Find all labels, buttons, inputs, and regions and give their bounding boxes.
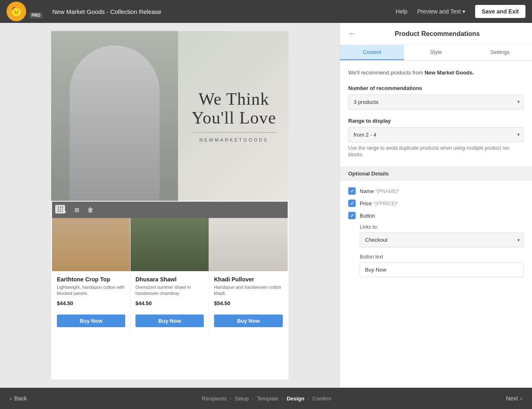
panel-info-text: We'll recommend products from New Market… <box>348 69 524 77</box>
preview-button[interactable]: Preview and Test ▾ <box>417 8 465 15</box>
buy-button-1[interactable]: Buy Now <box>57 315 125 327</box>
buy-button-3[interactable]: Buy Now <box>214 315 283 327</box>
price-label: Price *|PPRICE|* <box>360 200 398 207</box>
topbar: PRO New Market Goods - Collection Releas… <box>0 0 532 23</box>
breadcrumb-sep-2: › <box>252 396 254 401</box>
price-checkbox[interactable] <box>348 200 356 207</box>
product-card: Khadi Pullover Handspun and handwoven co… <box>209 218 288 334</box>
breadcrumb-template: Template <box>257 396 279 402</box>
next-button[interactable]: Next › <box>506 395 522 402</box>
breadcrumb-sep-1: › <box>230 396 232 401</box>
range-field: Range to display from 2 - 4 ▾ Use the ra… <box>348 118 524 159</box>
optional-details-divider: Optional Details <box>340 166 532 181</box>
product-info-2: Dhusara Shawl Oversized summer shawl in … <box>131 271 209 315</box>
product-image-1 <box>52 218 130 271</box>
product-card: Dhusara Shawl Oversized summer shawl in … <box>131 218 209 334</box>
button-checkbox[interactable] <box>348 212 356 219</box>
links-to-label: Links to: <box>360 224 524 230</box>
hero-brand: NEWMARKETGOODS <box>192 137 276 142</box>
breadcrumb-setup: Setup <box>235 396 249 402</box>
email-preview: We Think You'll Love NEWMARKETGOODS <box>51 31 289 380</box>
product-section: ✏️ ⊞ 🗑 Earthtone Crop Top Lightweight, h… <box>51 201 289 335</box>
main-area: We Think You'll Love NEWMARKETGOODS <box>0 23 532 388</box>
topbar-actions: Help Preview and Test ▾ Save and Exit <box>396 5 525 18</box>
hero-image <box>51 31 178 201</box>
product-info-3: Khadi Pullover Handspun and handwoven co… <box>209 271 288 315</box>
breadcrumb-design: Design <box>286 396 304 402</box>
brand-link: New Market Goods. <box>424 70 474 76</box>
products-grid: Earthtone Crop Top Lightweight, handspun… <box>52 218 288 334</box>
optional-details: Name *|PNAME|* Price *|PPRICE|* Button <box>348 187 524 277</box>
tab-style[interactable]: Style <box>404 45 468 60</box>
panel-header: ← Product Recommendations <box>340 23 532 45</box>
breadcrumb-recipients: Recipients <box>202 396 227 402</box>
name-checkbox-row: Name *|PNAME|* <box>348 187 524 195</box>
links-to-field: Links to: Checkout ▾ <box>348 224 524 247</box>
hero-headline: We Think You'll Love <box>192 90 276 127</box>
topbar-title: New Market Goods - Collection Release <box>52 8 389 15</box>
breadcrumb-sep-4: › <box>308 396 309 401</box>
chevron-down-icon: ▾ <box>462 8 465 15</box>
help-button[interactable]: Help <box>396 8 408 15</box>
name-label: Name *|PNAME|* <box>360 188 399 194</box>
duplicate-icon[interactable]: ⊞ <box>70 204 83 216</box>
hero-section: We Think You'll Love NEWMARKETGOODS <box>51 31 289 201</box>
panel-body: We'll recommend products from New Market… <box>340 61 532 388</box>
product-image-3 <box>209 218 288 271</box>
email-canvas: We Think You'll Love NEWMARKETGOODS <box>0 23 340 388</box>
hero-text-block: We Think You'll Love NEWMARKETGOODS <box>192 90 276 142</box>
product-info-1: Earthtone Crop Top Lightweight, handspun… <box>52 271 130 315</box>
button-text-input[interactable] <box>360 262 524 277</box>
drag-handle[interactable] <box>55 205 65 213</box>
range-select-wrapper: from 2 - 4 ▾ <box>348 127 524 142</box>
num-recs-label: Number of recommendations <box>348 85 524 91</box>
name-checkbox[interactable] <box>348 187 356 195</box>
tab-content[interactable]: Content <box>340 45 404 60</box>
range-label: Range to display <box>348 118 524 124</box>
save-exit-button[interactable]: Save and Exit <box>475 5 525 18</box>
back-button[interactable]: ‹ Back <box>10 395 27 402</box>
mailchimp-logo <box>7 2 26 21</box>
model-silhouette <box>70 45 160 201</box>
back-arrow-button[interactable]: ← <box>348 29 356 38</box>
svg-point-2 <box>15 11 16 11</box>
breadcrumb-confirm: Confirm <box>313 396 331 402</box>
chevron-right-icon: › <box>520 395 522 402</box>
product-image-2 <box>131 218 209 271</box>
links-to-select-wrapper: Checkout ▾ <box>360 232 524 247</box>
chevron-left-icon: ‹ <box>10 395 12 402</box>
breadcrumb-sep-3: › <box>282 396 283 401</box>
num-recs-field: Number of recommendations 3 products ▾ <box>348 85 524 110</box>
pro-badge: PRO <box>29 12 43 18</box>
name-tag: *|PNAME|* <box>375 189 399 194</box>
price-tag: *|PPRICE|* <box>373 201 398 207</box>
range-help-text: Use the range to avoid duplicate product… <box>348 145 524 159</box>
price-checkbox-row: Price *|PPRICE|* <box>348 200 524 207</box>
num-recs-select[interactable]: 3 products <box>348 94 524 110</box>
bottom-nav: ‹ Back Recipients › Setup › Template › D… <box>0 388 532 409</box>
delete-icon[interactable]: 🗑 <box>83 204 97 216</box>
range-select[interactable]: from 2 - 4 <box>348 127 524 142</box>
svg-point-3 <box>17 11 18 11</box>
breadcrumbs: Recipients › Setup › Template › Design ›… <box>27 396 506 402</box>
links-to-select[interactable]: Checkout <box>360 232 524 247</box>
button-text-label: Button text <box>360 254 524 260</box>
product-card: Earthtone Crop Top Lightweight, handspun… <box>52 218 131 334</box>
svg-point-1 <box>13 9 20 14</box>
buy-button-2[interactable]: Buy Now <box>135 315 204 327</box>
right-panel: ← Product Recommendations Content Style … <box>340 23 532 388</box>
button-text-field: Button text <box>348 254 524 277</box>
button-checkbox-label: Button <box>360 213 375 219</box>
button-checkbox-row: Button <box>348 212 524 219</box>
panel-tabs: Content Style Settings <box>340 45 532 61</box>
panel-title: Product Recommendations <box>361 30 524 38</box>
tab-settings[interactable]: Settings <box>468 45 532 60</box>
num-recs-select-wrapper: 3 products ▾ <box>348 94 524 110</box>
